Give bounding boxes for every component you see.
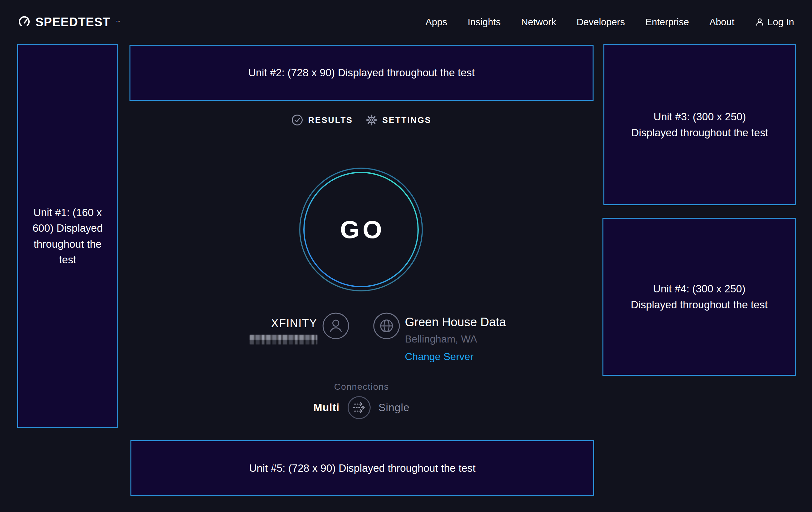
connections-toggle[interactable] — [347, 396, 371, 420]
speedtest-page: SPEEDTEST ™ Apps Insights Network Develo… — [0, 0, 812, 512]
ad-text: Unit #5: (728 x 90) Displayed throughout… — [249, 460, 475, 476]
nav-item-apps[interactable]: Apps — [426, 17, 447, 27]
ad-text: Unit #2: (728 x 90) Displayed throughout… — [249, 65, 475, 81]
check-circle-icon — [291, 114, 303, 126]
ad-text: Unit #4: (300 x 250) Displayed throughou… — [629, 281, 770, 313]
nav-item-about[interactable]: About — [709, 17, 734, 27]
nav-item-network[interactable]: Network — [521, 17, 556, 27]
gear-icon — [366, 114, 377, 126]
speedometer-icon — [18, 16, 31, 28]
ad-unit-1: Unit #1: (160 x 600) Displayed throughou… — [17, 44, 118, 428]
speedtest-logo[interactable]: SPEEDTEST ™ — [18, 15, 120, 29]
isp-ip-redacted — [250, 335, 317, 344]
tab-label: RESULTS — [308, 115, 353, 125]
go-label: GO — [298, 167, 424, 292]
ad-unit-3: Unit #3: (300 x 250) Displayed throughou… — [603, 44, 796, 205]
go-button[interactable]: GO — [298, 167, 424, 292]
tab-label: SETTINGS — [382, 115, 432, 125]
user-icon — [755, 17, 764, 27]
ad-unit-4: Unit #4: (300 x 250) Displayed throughou… — [603, 218, 796, 376]
test-meta: XFINITY Green Hous — [129, 313, 593, 362]
connections-label: Connections — [129, 382, 593, 392]
main-nav: Apps Insights Network Developers Enterpr… — [426, 17, 794, 27]
isp-name: XFINITY — [250, 317, 317, 330]
server-location: Bellingham, WA — [405, 333, 506, 345]
isp-block: XFINITY — [129, 313, 362, 362]
nav-item-enterprise[interactable]: Enterprise — [645, 17, 689, 27]
brand-text: SPEEDTEST — [35, 15, 110, 29]
single-label[interactable]: Single — [379, 402, 410, 414]
user-circle-icon — [322, 313, 349, 339]
tab-settings[interactable]: SETTINGS — [366, 114, 432, 126]
login-button[interactable]: Log In — [755, 17, 794, 27]
login-label: Log In — [768, 17, 794, 27]
multi-arrows-icon — [347, 396, 371, 420]
nav-item-developers[interactable]: Developers — [577, 17, 625, 27]
trademark: ™ — [116, 20, 120, 25]
view-tabs: RESULTS — [129, 114, 593, 126]
connections-section: Connections Multi — [129, 382, 593, 420]
ad-text: Unit #1: (160 x 600) Displayed throughou… — [24, 205, 111, 268]
header: SPEEDTEST ™ Apps Insights Network Develo… — [0, 0, 812, 44]
ad-unit-2: Unit #2: (728 x 90) Displayed throughout… — [129, 45, 593, 101]
ad-unit-5: Unit #5: (728 x 90) Displayed throughout… — [130, 440, 594, 496]
ad-text: Unit #3: (300 x 250) Displayed throughou… — [629, 109, 770, 140]
tab-results[interactable]: RESULTS — [291, 114, 353, 126]
globe-icon — [373, 313, 400, 339]
server-block: Green House Data Bellingham, WA Change S… — [362, 313, 594, 362]
multi-label[interactable]: Multi — [314, 402, 340, 414]
server-name: Green House Data — [405, 315, 506, 329]
change-server-link[interactable]: Change Server — [405, 351, 474, 362]
nav-item-insights[interactable]: Insights — [468, 17, 500, 27]
